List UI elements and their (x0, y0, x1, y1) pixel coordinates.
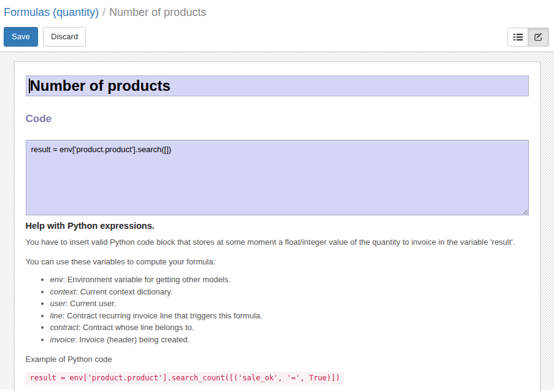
title-text: Number of products (30, 77, 171, 94)
list-view-button[interactable] (507, 28, 528, 47)
breadcrumb-separator: / (102, 6, 106, 18)
variable-desc: : Contract recurring invoice line that t… (63, 311, 263, 320)
variable-item-context: context: Current context dictionary. (50, 286, 529, 298)
save-button[interactable]: Save (4, 27, 38, 47)
text-cursor (29, 79, 30, 93)
variable-item-contract: contract: Contract whose line belongs to… (50, 321, 529, 334)
breadcrumb-parent-link[interactable]: Formulas (quantity) (4, 6, 99, 18)
variable-name: invoice (50, 335, 75, 344)
code-section-heading: Code (26, 113, 529, 125)
variable-item-line: line: Contract recurring invoice line th… (50, 310, 529, 322)
left-buttons: Save Discard (4, 27, 86, 47)
variable-name: context (50, 287, 76, 296)
help-intro: You have to insert valid Python code blo… (26, 237, 529, 248)
example-code: result = env['product.product'].search_c… (26, 372, 345, 385)
breadcrumb-current: Number of products (109, 6, 206, 18)
variable-desc: : Contract whose line belongs to. (79, 323, 194, 332)
list-icon (514, 33, 523, 41)
title-input[interactable]: Number of products (26, 75, 529, 96)
variable-desc: : Current context dictionary. (75, 287, 172, 296)
variable-item-invoice: invoice: Invoice (header) being created. (50, 334, 529, 346)
view-switcher (507, 28, 549, 47)
breadcrumb: Formulas (quantity)/Number of products (4, 5, 550, 20)
help-block: Help with Python expressions. You have t… (26, 220, 529, 385)
help-heading: Help with Python expressions. (26, 220, 529, 232)
variable-desc: : Invoice (header) being created. (75, 335, 190, 344)
variable-name: contract (50, 323, 79, 332)
variable-desc: : Environment variable for getting other… (63, 275, 230, 284)
form-view-background: Number of products Code result = env['pr… (0, 52, 554, 390)
edit-pencil-icon (534, 33, 543, 42)
button-row: Save Discard (4, 27, 550, 47)
variable-name: env (50, 275, 63, 284)
discard-button[interactable]: Discard (43, 27, 86, 47)
variable-desc: : Current user. (66, 299, 116, 308)
control-panel: Formulas (quantity)/Number of products S… (0, 0, 554, 52)
form-view-button[interactable] (528, 28, 549, 47)
variable-item-user: user: Current user. (50, 298, 529, 310)
example-label: Example of Python code (26, 354, 529, 365)
variable-item-env: env: Environment variable for getting ot… (50, 274, 529, 286)
form-sheet: Number of products Code result = env['pr… (14, 61, 541, 392)
variables-list: env: Environment variable for getting ot… (26, 274, 529, 345)
code-input[interactable]: result = env['product.product'].search([… (26, 140, 529, 215)
variables-intro: You can use these variables to compute y… (26, 256, 529, 267)
variable-name: user (50, 299, 66, 308)
variable-name: line (50, 311, 63, 320)
